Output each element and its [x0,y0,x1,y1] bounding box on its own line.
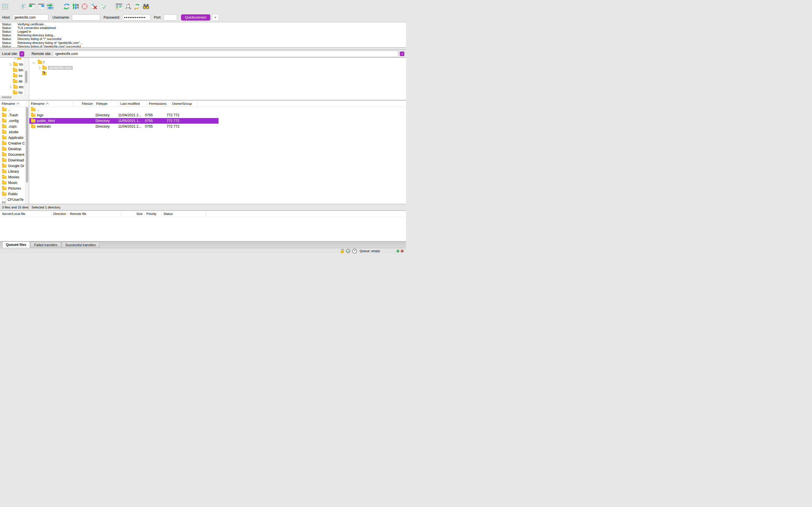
file-row[interactable]: .kindle [0,129,29,135]
tree-item-bin[interactable]: bin [0,67,23,73]
column-header-server-local-file[interactable]: Server/Local file [0,212,51,216]
tree-item-cores[interactable]: co [0,73,22,78]
message-log[interactable]: Status:Verifying certificate... Status:T… [0,22,406,48]
transfer-mode-gear-icon[interactable]: A [346,249,350,253]
file-row[interactable]: Desktop [0,146,29,152]
password-input[interactable] [122,14,151,20]
file-row[interactable]: .cups [0,124,29,129]
horizontal-scrollbar[interactable] [0,96,29,100]
file-row[interactable]: Creative C [0,140,29,146]
refresh-icon[interactable] [63,3,70,10]
message-log-toggle-icon[interactable] [19,3,27,10]
file-row[interactable]: logs Directory 11/04/2021 2... 0755 772 … [29,112,218,118]
tree-item-home[interactable]: ho [0,90,22,96]
file-row[interactable]: Library [0,169,29,174]
host-input[interactable] [13,14,49,20]
directory-listing-filters-icon[interactable] [124,3,132,10]
column-header-status[interactable]: Status [161,212,206,216]
chevron-right-icon[interactable] [37,66,40,69]
tree-item-dev[interactable]: de [0,78,22,84]
file-row[interactable]: Applicatio [0,135,29,140]
local-tree-toggle-icon[interactable] [28,3,36,10]
column-header-owner-group[interactable]: Owner/Group [170,101,198,106]
tree-item-site[interactable]: geekto5k.com [29,65,73,71]
transfer-queue-panel[interactable]: Server/Local file Direction Remote file … [0,211,406,241]
folder-icon [2,108,6,111]
directory-comparison-icon[interactable] [115,3,123,10]
quickconnect-dropdown-button[interactable] [212,14,219,21]
speed-limits-icon[interactable] [352,249,357,253]
remote-directory-tree[interactable]: / geekto5k.com ? [29,57,406,100]
tab-queued-files[interactable]: Queued files [2,241,30,248]
chevron-right-icon[interactable] [8,63,11,66]
find-files-icon[interactable] [142,3,150,10]
tree-item-partial[interactable] [0,57,22,61]
column-header-last-modified[interactable]: Last modified [119,101,147,106]
scrollbar-thumb[interactable] [25,71,28,83]
file-row[interactable]: .. [29,107,218,112]
quickconnect-button[interactable]: Quickconnect [181,14,210,20]
column-header-permissions[interactable]: Permissions [147,101,170,106]
file-name: Movies [8,175,19,179]
column-header-filetype[interactable]: Filetype [94,101,119,106]
file-row[interactable]: .Trash [0,112,29,118]
file-row[interactable]: webstats Directory 11/04/2021 2... 0755 … [29,124,218,129]
column-header-filesize[interactable]: Filesize [73,101,94,106]
file-row[interactable]: Google Dr [0,163,29,169]
horizontal-scrollbar-thumb[interactable] [2,202,6,203]
chevron-right-icon[interactable] [12,57,15,60]
tree-item-placeholder[interactable]: ? [29,71,48,76]
chevron-down-icon [21,52,23,55]
tab-failed-transfers[interactable]: Failed transfers [31,242,61,248]
file-name: Download [8,158,24,162]
column-header-priority[interactable]: Priority [144,212,161,216]
column-header-label: Permissions [149,102,167,105]
column-header-remote-file[interactable]: Remote file [68,212,121,216]
file-row[interactable]: Document [0,152,29,158]
chevron-down-icon[interactable] [32,61,35,64]
file-row[interactable]: Download [0,158,29,163]
column-header-filename[interactable]: Filename [0,101,27,106]
sort-ascending-icon [17,103,19,105]
local-directory-tree[interactable]: Vo bin co de etc ho [0,57,29,100]
local-file-list-header: Filename [0,101,29,107]
file-row[interactable]: .config [0,118,29,124]
port-input[interactable] [163,14,177,20]
file-row[interactable]: Pictures [0,186,29,191]
chevron-right-icon[interactable] [8,86,11,89]
log-message: TLS connection established. [17,26,56,30]
local-site-dropdown-button[interactable] [19,51,24,57]
username-input[interactable] [72,14,100,20]
remote-site-dropdown-button[interactable] [400,52,404,56]
scrollbar-thumb[interactable] [26,107,28,182]
file-row[interactable]: Music [0,180,29,186]
scrollbar-thumb[interactable] [1,96,11,98]
file-row[interactable]: Movies [0,174,29,180]
site-manager-icon[interactable] [1,3,9,10]
secure-connection-lock-icon[interactable] [340,249,344,253]
file-row[interactable]: .. [0,107,29,112]
transfer-queue-toggle-icon[interactable] [46,3,54,10]
disconnect-icon[interactable] [90,3,98,10]
file-row[interactable]: Public [0,191,29,197]
column-header-filename[interactable]: Filename [29,101,73,106]
vertical-scrollbar[interactable] [24,58,28,96]
column-header-label: Filetype [96,102,107,105]
tree-item-etc[interactable]: etc [0,84,24,90]
file-row-selected[interactable]: public_html Directory 11/05/2021 1... 07… [29,118,218,124]
tree-item-volumes[interactable]: Vo [0,62,23,67]
vertical-scrollbar[interactable] [25,107,29,204]
tab-successful-transfers[interactable]: Successful transfers [62,242,100,248]
local-file-list[interactable]: Filename .. .Trash .config .cups .kindle… [0,100,29,204]
cell-filename: webstats [37,124,73,128]
tree-item-root[interactable]: / [29,59,44,65]
remote-file-list[interactable]: Filename Filesize Filetype Last modified… [29,100,406,204]
column-header-size[interactable]: Size [121,212,144,216]
remote-tree-toggle-icon[interactable] [37,3,45,10]
synchronized-browsing-icon[interactable] [133,3,141,10]
column-header-direction[interactable]: Direction [51,212,68,216]
reconnect-icon[interactable] [99,3,107,10]
cancel-icon[interactable] [81,3,89,10]
remote-site-input[interactable]: /geekto5k.com [53,51,398,57]
process-queue-icon[interactable] [71,3,80,10]
